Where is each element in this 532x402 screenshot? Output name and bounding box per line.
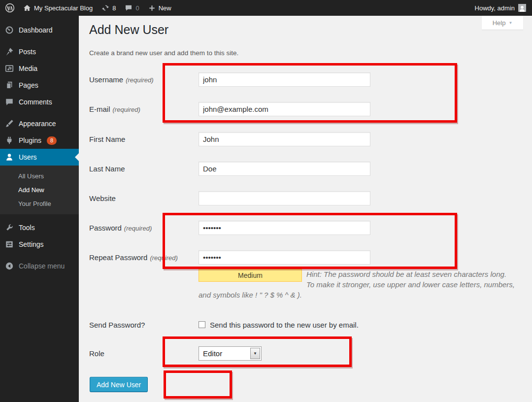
dropdown-arrow-icon: ▼	[250, 348, 260, 359]
chevron-down-icon: ▼	[508, 21, 512, 25]
username-input[interactable]	[199, 72, 370, 87]
password-label: Password (required)	[89, 224, 199, 232]
help-label: Help	[493, 19, 506, 27]
role-label: Role	[89, 349, 199, 358]
first-name-label: First Name	[89, 135, 199, 143]
submenu-item-add-new[interactable]: Add New	[0, 183, 79, 197]
email-input[interactable]	[199, 102, 370, 116]
add-new-user-button[interactable]: Add New User	[90, 377, 148, 392]
users-icon	[4, 152, 14, 162]
sidebar-item-label: Appearance	[19, 120, 56, 128]
sidebar-item-label: Settings	[19, 240, 44, 248]
field-label: E-mail	[89, 105, 110, 113]
sidebar-item-label: Collapse menu	[19, 262, 65, 270]
username-label: Username (required)	[89, 75, 199, 84]
sidebar-item-label: Pages	[19, 81, 38, 89]
sidebar-item-posts[interactable]: Posts	[0, 43, 79, 60]
send-password-checkbox-label: Send this password to the new user by em…	[210, 321, 359, 329]
sidebar-item-plugins[interactable]: Plugins 8	[0, 132, 79, 149]
sidebar-item-pages[interactable]: Pages	[0, 77, 79, 94]
dashboard-icon	[4, 25, 14, 35]
first-name-input[interactable]	[199, 132, 370, 146]
sidebar-item-label: Tools	[19, 224, 35, 232]
website-input[interactable]	[199, 191, 370, 205]
admin-toolbar: My Spectacular Blog 8 0 New How	[0, 0, 532, 16]
sidebar-item-label: Dashboard	[19, 26, 53, 34]
wordpress-logo-menu[interactable]	[0, 0, 19, 16]
plugins-update-badge: 8	[47, 136, 57, 145]
form-row-last-name: Last Name	[89, 161, 370, 176]
form-row-website: Website	[89, 191, 370, 205]
avatar	[518, 4, 526, 12]
new-label: New	[159, 4, 171, 12]
menu-separator	[0, 253, 79, 258]
last-name-input[interactable]	[199, 162, 370, 176]
field-label: Password	[89, 224, 122, 232]
media-icon	[4, 64, 14, 73]
form-row-email: E-mail (required)	[89, 101, 370, 116]
comments-menu[interactable]: 0	[120, 0, 143, 16]
required-note: (required)	[126, 76, 153, 84]
field-label: First Name	[89, 135, 125, 143]
submenu-item-your-profile[interactable]: Your Profile	[0, 197, 79, 210]
sidebar-item-media[interactable]: Media	[0, 60, 79, 77]
updates-count: 8	[112, 4, 116, 12]
role-select[interactable]: Editor ▼	[199, 346, 262, 361]
repeat-password-input[interactable]	[199, 250, 370, 265]
submenu-label: All Users	[18, 172, 44, 180]
form-row-password: Password (required)	[89, 220, 370, 235]
help-tab[interactable]: Help ▼	[482, 16, 523, 30]
form-row-username: Username (required)	[89, 72, 370, 87]
password-strength-indicator: Medium	[199, 269, 302, 282]
updates-menu[interactable]: 8	[97, 0, 120, 16]
sidebar-item-label: Posts	[19, 48, 36, 56]
submenu-item-all-users[interactable]: All Users	[0, 169, 79, 183]
send-password-label: Send Password?	[89, 321, 199, 329]
field-label: Repeat Password	[89, 253, 147, 262]
email-label: E-mail (required)	[89, 105, 199, 113]
submenu-label: Add New	[18, 186, 44, 194]
sidebar-item-comments[interactable]: Comments	[0, 94, 79, 110]
page-intro: Create a brand new user and add them to …	[89, 49, 238, 57]
form-row-first-name: First Name	[89, 132, 370, 146]
wordpress-admin-screen: My Spectacular Blog 8 0 New How	[0, 0, 532, 402]
submenu-label: Your Profile	[18, 200, 51, 207]
plus-icon	[148, 4, 156, 12]
repeat-password-label: Repeat Password (required)	[89, 253, 199, 262]
menu-separator	[0, 214, 79, 219]
collapse-arrow-icon	[4, 261, 14, 271]
sidebar-item-label: Plugins	[19, 136, 41, 144]
menu-separator	[0, 38, 79, 43]
comment-bubble-icon	[125, 4, 133, 12]
comments-count: 0	[135, 4, 139, 12]
wrench-icon	[4, 223, 14, 233]
sidebar-item-appearance[interactable]: Appearance	[0, 115, 79, 132]
password-input[interactable]	[199, 221, 370, 235]
send-password-checkbox[interactable]	[199, 321, 205, 328]
sidebar-item-label: Media	[19, 65, 37, 72]
last-name-label: Last Name	[89, 165, 199, 173]
field-label: Website	[89, 194, 116, 202]
form-row-repeat-password: Repeat Password (required)	[89, 250, 370, 265]
sidebar-item-dashboard[interactable]: Dashboard	[0, 22, 79, 38]
comments-icon	[4, 97, 14, 107]
plugin-icon	[4, 135, 14, 145]
sidebar-item-label: Comments	[19, 98, 52, 106]
site-name-menu[interactable]: My Spectacular Blog	[19, 0, 97, 16]
sidebar-item-tools[interactable]: Tools	[0, 219, 79, 236]
main-content: Help ▼ Add New User Create a brand new u…	[79, 16, 532, 402]
sidebar-item-settings[interactable]: Settings	[0, 236, 79, 253]
site-name-label: My Spectacular Blog	[34, 4, 93, 12]
my-account-menu[interactable]: Howdy, admin	[470, 0, 532, 16]
required-note: (required)	[124, 225, 152, 232]
admin-sidebar: Dashboard Posts Media Pages	[0, 16, 79, 402]
page-title: Add New User	[89, 23, 168, 37]
collapse-menu-button[interactable]: Collapse menu	[0, 258, 79, 274]
form-row-send-password: Send Password? Send this password to the…	[89, 317, 359, 332]
website-label: Website	[89, 194, 199, 202]
password-strength-area: Medium Hint: The password should be at l…	[199, 269, 516, 300]
sidebar-item-users[interactable]: Users	[0, 149, 79, 166]
required-note: (required)	[150, 254, 177, 262]
field-label: Username	[89, 75, 123, 84]
new-content-menu[interactable]: New	[144, 0, 176, 16]
